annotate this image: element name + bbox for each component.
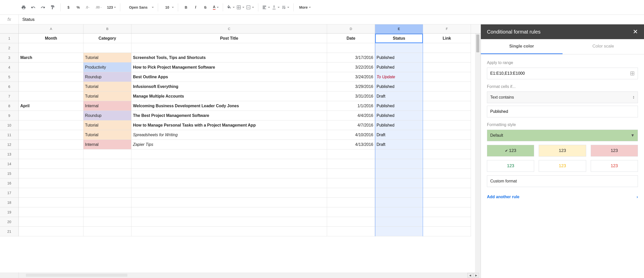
cell[interactable] [423,130,471,140]
cell[interactable] [19,198,83,207]
cell[interactable] [423,53,471,63]
cell[interactable] [423,111,471,120]
cell[interactable]: Tutorial [83,53,131,63]
tab-single-color[interactable]: Single color [481,39,563,54]
row-header[interactable]: 2 [0,43,19,53]
cell[interactable] [19,72,83,82]
cell[interactable] [423,120,471,130]
cell[interactable] [19,130,83,140]
cell[interactable] [83,178,131,188]
preset-green-text[interactable]: 123 [487,160,534,172]
cell[interactable] [423,169,471,178]
cell[interactable]: Zapier Tips [131,140,327,149]
cell[interactable]: To Update [375,72,423,82]
row-header[interactable]: 4 [0,63,19,72]
col-header-C[interactable]: C [131,24,327,33]
custom-format-button[interactable]: Custom format [487,175,638,187]
cell[interactable]: Internal [83,101,131,111]
cell[interactable] [83,227,131,236]
cell[interactable] [131,188,327,198]
cell[interactable] [423,140,471,149]
condition-select[interactable]: Text contains ▲▼ [487,91,638,103]
cell[interactable]: Tutorial [83,120,131,130]
vertical-align-button[interactable] [272,3,280,12]
cell[interactable] [375,43,423,53]
cell[interactable] [19,178,83,188]
preset-orange-text[interactable]: 123 [539,160,586,172]
cell[interactable]: Best Outline Apps [131,72,327,82]
cell[interactable] [131,207,327,217]
font-size-dropdown[interactable]: 10 [162,3,174,12]
cell[interactable]: April [19,101,83,111]
preset-red-bg[interactable]: 123 [591,145,638,157]
col-header-B[interactable]: B [83,24,131,33]
cell[interactable] [83,159,131,169]
cell[interactable]: 1/1/2016 [327,101,375,111]
cell[interactable] [131,149,327,159]
cell[interactable] [131,198,327,207]
cell[interactable] [19,227,83,236]
cell[interactable]: 4/13/2016 [327,140,375,149]
cell[interactable] [375,169,423,178]
scroll-right-button[interactable]: ▶ [473,273,479,277]
row-header[interactable]: 9 [0,111,19,120]
cell[interactable] [327,43,375,53]
cell[interactable]: Draft [375,130,423,140]
cell[interactable] [423,82,471,91]
cell-header[interactable]: Link [423,34,471,43]
cell[interactable]: How to Pick Project Management Software [131,63,327,72]
cell[interactable]: Productivity [83,63,131,72]
cell[interactable]: March [19,53,83,63]
number-format-dropdown[interactable]: 123 [105,3,116,12]
cell[interactable] [375,149,423,159]
cell[interactable]: Infusionsoft Everything [131,82,327,91]
font-family-dropdown[interactable]: Open Sans [124,3,154,12]
undo-button[interactable] [29,3,38,12]
cell[interactable] [19,169,83,178]
cell[interactable] [83,188,131,198]
cell[interactable] [83,149,131,159]
cell-header[interactable]: Month [19,34,83,43]
cell[interactable]: Published [375,53,423,63]
row-header[interactable]: 3 [0,53,19,63]
cell[interactable] [19,188,83,198]
cell[interactable] [375,227,423,236]
cell[interactable]: Internal [83,140,131,149]
cell[interactable] [131,178,327,188]
col-header-D[interactable]: D [327,24,375,33]
paint-format-button[interactable] [48,3,57,12]
cell[interactable] [375,159,423,169]
style-select[interactable]: Default ▼ [487,130,638,141]
cell-header[interactable]: Date [327,34,375,43]
cell[interactable] [131,43,327,53]
bold-button[interactable]: B [182,3,190,12]
cell[interactable] [423,217,471,227]
strikethrough-button[interactable]: S [201,3,210,12]
preset-red-text[interactable]: 123 [591,160,638,172]
row-header[interactable]: 12 [0,140,19,149]
preset-yellow-bg[interactable]: 123 [539,145,586,157]
cell[interactable] [19,120,83,130]
cell[interactable] [375,217,423,227]
cell[interactable]: Welcoming Business Development Leader Co… [131,101,327,111]
cell[interactable] [423,188,471,198]
cell[interactable]: Published [375,82,423,91]
cell[interactable] [131,227,327,236]
row-header[interactable]: 5 [0,72,19,82]
cell[interactable] [423,207,471,217]
preset-green-bg[interactable]: ✔123 [487,145,534,157]
row-header[interactable]: 11 [0,130,19,140]
cell[interactable] [423,227,471,236]
horizontal-scrollbar[interactable] [26,274,127,277]
cell[interactable]: Spreadsheets for Writing [131,130,327,140]
col-header-A[interactable]: A [19,24,83,33]
cell[interactable] [423,43,471,53]
cell-header[interactable]: Status [375,34,423,43]
cell[interactable] [423,149,471,159]
cell[interactable] [375,198,423,207]
cell[interactable] [83,43,131,53]
currency-button[interactable]: $ [64,3,73,12]
cell[interactable]: 3/22/2016 [327,63,375,72]
cell[interactable]: 4/4/2016 [327,111,375,120]
row-header[interactable]: 15 [0,169,19,178]
